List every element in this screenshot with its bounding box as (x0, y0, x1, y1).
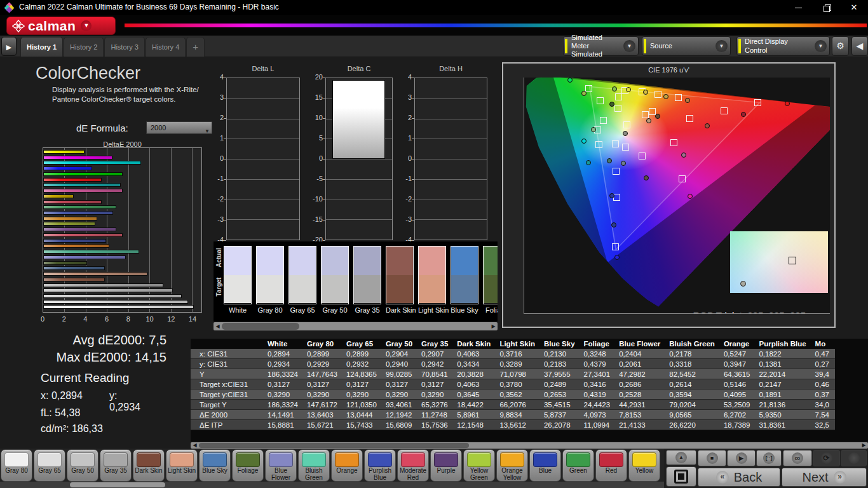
cie-target-marker (612, 243, 619, 250)
patch-button-dark-skin[interactable]: Dark Skin (133, 449, 165, 482)
chevron-down-icon: ▼ (715, 40, 728, 52)
refresh-button[interactable]: ⟳ (813, 450, 840, 466)
next-button[interactable]: Next » (782, 468, 867, 487)
source-status-stripe (644, 39, 646, 53)
table-cell: 0,3127 (264, 379, 304, 390)
de-formula-select[interactable]: 2000▼ (146, 121, 212, 134)
table-scrollbar[interactable]: ◀ ▶ (191, 442, 868, 449)
patch-button-orange[interactable]: Orange (331, 449, 363, 482)
restore-button[interactable] (814, 0, 839, 15)
patch-button-label: Purplish Blue (365, 468, 395, 481)
patch-button-moderate-red[interactable]: Moderate Red (397, 449, 429, 482)
swatch-strip-scrollbar[interactable]: ◀ ▶ (214, 322, 498, 330)
expand-panel-button[interactable]: ▲ (666, 450, 696, 465)
row-label: y: CIE31 (191, 359, 264, 369)
patch-button-gray-65[interactable]: Gray 65 (34, 449, 65, 482)
collapse-panel-button[interactable]: ◀ (851, 36, 868, 56)
patch-button-gray-80[interactable]: Gray 80 (1, 449, 32, 482)
table-cell: 32,5 (812, 420, 835, 430)
table-cell: 0,2899 (343, 349, 383, 359)
deltae-bar (43, 288, 173, 292)
tab-history-2[interactable]: History 2 (64, 37, 104, 57)
swatch-gray-80: Gray 80 (256, 246, 284, 314)
table-cell: 44,2931 (616, 400, 666, 410)
workflow-nav-button[interactable]: ▶ (1, 37, 17, 56)
source-dropdown[interactable]: Source ▼ (642, 36, 731, 56)
deltae-bar (43, 278, 105, 281)
continuous-measure-button[interactable]: ∞ (783, 450, 812, 466)
table-cell: 0,3290 (418, 390, 454, 400)
settings-button[interactable]: ⚙ (832, 36, 849, 56)
delta-c-title: Delta C (325, 65, 393, 72)
table-cell: 0,37 (812, 390, 835, 400)
scroll-left-icon[interactable]: ◀ (191, 442, 198, 449)
record-button[interactable] (841, 450, 867, 466)
deltae-bar (43, 189, 123, 193)
patch-button-blue-flower[interactable]: Blue Flower (265, 449, 297, 482)
table-cell: 22,2014 (756, 369, 811, 379)
swatch-gray-65: Gray 65 (288, 246, 316, 314)
play-button[interactable]: ▶ (727, 450, 756, 466)
cie-target-marker (613, 168, 620, 175)
patch-button-gray-35[interactable]: Gray 35 (100, 449, 132, 482)
deltae-bar (43, 217, 97, 220)
table-cell: 70,8541 (418, 369, 454, 379)
table-cell: 0,1822 (756, 349, 811, 359)
table-cell: 121,0350 (343, 400, 383, 410)
patch-button-bluish-green[interactable]: Bluish Green (298, 449, 330, 482)
patch-button-blue[interactable]: Blue (529, 449, 561, 482)
scroll-right-icon[interactable]: ▶ (490, 322, 497, 330)
cie-target-marker (585, 85, 592, 92)
axis-tick-label: -5 (305, 175, 323, 182)
column-header: Gray 50 (383, 339, 418, 349)
single-measure-button[interactable]: [··] (756, 450, 782, 466)
scrollbar-thumb[interactable] (222, 323, 299, 330)
scroll-right-icon[interactable]: ▶ (860, 442, 867, 449)
cie-measured-dot (623, 131, 628, 136)
scrollbar-thumb[interactable] (70, 482, 165, 487)
row-label: Target x:CIE31 (191, 379, 264, 390)
tab-history-1[interactable]: History 1 (20, 37, 63, 57)
column-header: Mo (812, 339, 835, 349)
patch-button-orange-yellow[interactable]: Orange Yellow (496, 449, 528, 482)
patch-button-yellow[interactable]: Yellow (628, 449, 660, 482)
patch-window-button[interactable] (666, 466, 696, 487)
scroll-left-icon[interactable]: ◀ (214, 322, 221, 330)
close-button[interactable]: ✕ (841, 0, 867, 15)
deltae-chart-plot (43, 147, 202, 313)
meter-dropdown[interactable]: Simulated MeterSimulated ▼ (563, 36, 639, 56)
minimize-button[interactable] (785, 0, 811, 15)
patch-button-foliage[interactable]: Foliage (232, 449, 264, 482)
add-tab-button[interactable]: + (186, 37, 205, 57)
patch-button-blue-sky[interactable]: Blue Sky (199, 449, 231, 482)
calman-menu-button[interactable]: calman ▼ (6, 17, 116, 35)
axis-tick-label: 0 (305, 154, 323, 162)
tab-history-3[interactable]: History 3 (104, 37, 144, 57)
axis-tick-label: 0 (35, 315, 50, 323)
table-cell: 31,8361 (756, 420, 811, 430)
back-button[interactable]: « Back (698, 468, 780, 487)
patch-button-green[interactable]: Green (562, 449, 594, 482)
axis-tick-label: 4 (78, 315, 93, 323)
patch-button-purplish-blue[interactable]: Purplish Blue (364, 449, 396, 482)
table-cell: 0,2934 (264, 359, 304, 369)
patch-button-yellow-green[interactable]: Yellow Green (463, 449, 495, 482)
patch-buttons-scrollbar[interactable] (0, 482, 664, 488)
patch-button-gray-50[interactable]: Gray 50 (67, 449, 98, 482)
cie-measured-dot (609, 102, 614, 107)
patch-button-purple[interactable]: Purple (430, 449, 462, 482)
bottom-bar: Gray 80Gray 65Gray 50Gray 35Dark SkinLig… (0, 449, 868, 488)
patch-button-red[interactable]: Red (595, 449, 627, 482)
cie-target-marker (623, 121, 630, 128)
axis-tick-label: 10 (142, 315, 158, 323)
tab-history-4[interactable]: History 4 (146, 37, 186, 57)
measurement-table-wrap: WhiteGray 80Gray 65Gray 50Gray 35Dark Sk… (191, 339, 868, 442)
patch-button-light-skin[interactable]: Light Skin (166, 449, 198, 482)
deltae-bar (43, 255, 126, 259)
axis-tick-label: 4 (394, 73, 412, 81)
cie-chart-title: CIE 1976 u'v' (503, 66, 834, 74)
stop-button[interactable]: ■ (698, 450, 726, 466)
display-control-dropdown[interactable]: Direct Display Control ▼ (736, 36, 830, 56)
scrollbar-thumb[interactable] (199, 443, 469, 448)
column-header: Gray 35 (418, 339, 454, 349)
